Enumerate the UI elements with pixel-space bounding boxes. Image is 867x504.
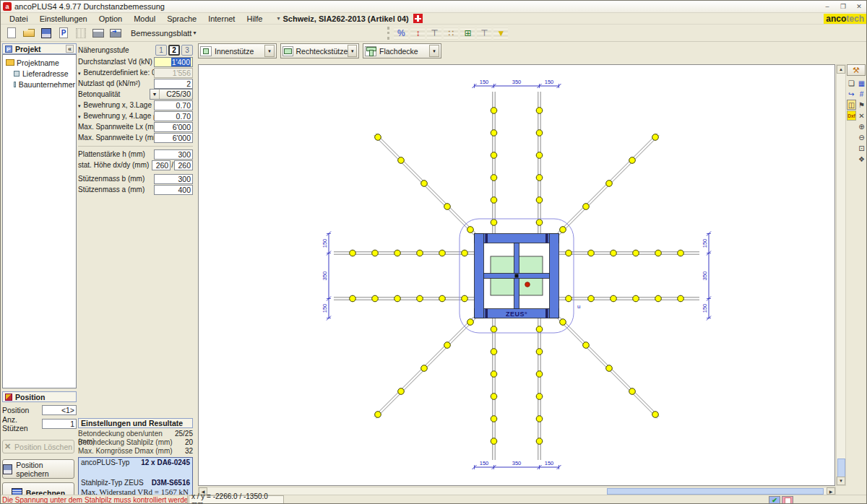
dx-input[interactable]: 260 (152, 160, 171, 170)
stud (536, 371, 543, 378)
snap-icon[interactable]: ◫ (847, 100, 856, 110)
print-button[interactable] (90, 26, 106, 40)
durchstanzlast-vd-field-row: Durchstanzlast Vd (kN)1'400 (78, 56, 193, 67)
open-button[interactable] (21, 26, 37, 40)
reinforcement-settings-icon[interactable]: % (394, 27, 408, 40)
stat-hoehe-field[interactable]: 260/260 (152, 160, 193, 170)
title-bar: a ancoPLUS4 4.9.77 Durchstanzbemessung –… (1, 1, 867, 13)
stud (491, 130, 497, 136)
redo-icon[interactable]: ↪ (847, 89, 856, 99)
dxf-export-icon[interactable]: Dxf (847, 110, 856, 121)
window-grid-icon[interactable]: ⊞ (460, 27, 475, 40)
stud (566, 250, 572, 256)
bemessungsblatt-caret-icon[interactable]: ▾ (193, 30, 196, 36)
table-icon[interactable]: ▦ (857, 78, 866, 88)
position-field[interactable]: <1> (42, 405, 77, 415)
dropdown-caret-icon[interactable]: ▾ (78, 103, 82, 108)
horizontal-scroll-thumb[interactable] (607, 488, 824, 495)
stud (350, 250, 356, 256)
naeherungsstufe-button-1[interactable]: 1 (155, 45, 167, 56)
concrete-aggregate-icon[interactable]: ∷ (444, 27, 458, 40)
dropdown-caret-icon[interactable]: ▾ (78, 71, 82, 76)
norm-selector[interactable]: Schweiz, SIA262-2013 (Artikel 04) (282, 14, 408, 23)
vertical-scroll-thumb[interactable] (837, 459, 845, 479)
vertical-scrollbar[interactable]: ▲ ▼ (836, 64, 846, 486)
scroll-right-arrow[interactable]: ▶ (827, 487, 835, 495)
center-mark (515, 274, 519, 278)
slab-dimension-icon[interactable]: ↕ (410, 27, 425, 40)
tree-item-projektname[interactable]: Projektname (4, 57, 75, 68)
bemessungsblatt-button[interactable]: Bemessungsblatt (131, 29, 191, 38)
tree-item-bauunternehmer[interactable]: Bauunternehmer (4, 79, 75, 90)
position-panel: Position Position<1>Anz. Stützen1 ✕Posit… (2, 391, 77, 503)
node-icon (14, 71, 20, 77)
print-export-button[interactable] (108, 26, 124, 40)
scroll-down-arrow[interactable]: ▼ (837, 477, 845, 485)
dimension-label: 350 (702, 271, 708, 281)
tools-button[interactable]: ⚒ (847, 64, 866, 76)
stud (560, 319, 566, 326)
rechteckstuetze-combo[interactable]: Rechteckstütze▾ (280, 43, 359, 58)
save-button[interactable] (38, 26, 54, 40)
position-speichern-button[interactable]: Position speichern (2, 459, 74, 479)
position-panel-header: Position (2, 391, 77, 402)
naeherungsstufe-button-3[interactable]: 3 (181, 45, 193, 56)
delete-icon[interactable]: ✕ (857, 110, 866, 121)
scroll-up-arrow[interactable]: ▲ (837, 65, 845, 74)
close-button[interactable]: ✕ (853, 2, 866, 12)
grid-disabled-button[interactable] (73, 26, 89, 40)
filter-icon[interactable]: ▼ (493, 27, 508, 40)
ancoplus-typ-value: 12 x DA6-0245 (141, 459, 190, 466)
status-flag-indicator (782, 496, 793, 504)
anz-stuetzen-field[interactable]: 1 (42, 419, 77, 429)
plattenstaerke-h-field[interactable]: 300 (154, 149, 193, 160)
naeherungsstufe-button-2[interactable]: 2 (168, 45, 180, 56)
stuetzenmass-a-field[interactable]: 400 (154, 185, 193, 195)
zoom-in-icon[interactable]: ⊕ (857, 121, 866, 131)
menu-internet[interactable]: Internet (202, 14, 241, 23)
flachdecke-combo[interactable]: Flachdecke▾ (363, 43, 441, 58)
durchstanzlast-vd-field[interactable]: 1'400 (154, 57, 193, 67)
combo-dropdown-caret-icon[interactable]: ▾ (264, 45, 275, 57)
pan-icon[interactable]: ❖ (857, 154, 866, 164)
innenstuetze-combo[interactable]: Innenstütze▾ (198, 43, 277, 58)
spannweite-ly-field[interactable]: 6'000 (154, 133, 193, 143)
menu-modul[interactable]: Modul (128, 14, 161, 23)
print-small-icon[interactable]: ❏ (847, 78, 856, 88)
norm-dropdown-caret-icon[interactable]: ▾ (277, 15, 280, 22)
print-preview-button[interactable]: P (56, 26, 72, 40)
grid-toggle-icon[interactable]: # (857, 89, 866, 99)
tree-item-lieferadresse[interactable]: Lieferadresse (4, 68, 75, 79)
menu-sprache[interactable]: Sprache (161, 14, 202, 23)
combo-dropdown-caret-icon[interactable]: ▾ (429, 45, 439, 57)
zoom-extent-icon[interactable]: ⊡ (857, 143, 866, 153)
levels-icon[interactable]: ⚑ (857, 100, 866, 110)
project-panel-header: P Projekt « (2, 43, 77, 54)
menu-option[interactable]: Option (93, 14, 128, 23)
steel-column-icon[interactable]: ⊤ (477, 27, 491, 40)
column-head-icon[interactable]: ⊤ (427, 27, 441, 40)
stud (417, 250, 423, 256)
dropdown-caret-icon[interactable]: ▾ (78, 114, 82, 119)
zoom-out-icon[interactable]: ⊖ (857, 132, 866, 142)
dy-input[interactable]: 260 (174, 160, 193, 170)
collapse-panel-button[interactable]: « (66, 45, 74, 53)
stud (491, 371, 497, 378)
nutzlast-qd-field[interactable]: 2 (154, 79, 193, 89)
menu-datei[interactable]: Datei (4, 14, 34, 23)
dropdown-caret-icon[interactable]: ▼ (150, 90, 160, 99)
stuetzenmass-b-field[interactable]: 300 (154, 174, 193, 184)
stud (491, 326, 497, 333)
new-document-button[interactable] (4, 26, 20, 40)
naeherungsstufe-row: Näherungsstufe123 (78, 43, 193, 56)
menu-hilfe[interactable]: Hilfe (241, 14, 268, 23)
spannweite-lx-field[interactable]: 6'000 (154, 122, 193, 132)
drawing-canvas[interactable]: uZEUS°1503501501503501501503501501503501… (198, 64, 835, 486)
minimize-button[interactable]: – (821, 2, 834, 12)
combo-dropdown-caret-icon[interactable]: ▾ (348, 45, 357, 57)
maximize-button[interactable]: ❐ (837, 2, 850, 12)
bewehrung-y-field[interactable]: 0.70 (154, 111, 193, 121)
bewehrung-x-field[interactable]: 0.70 (154, 100, 193, 110)
betonqualitaet-select[interactable]: ▼C25/30 (150, 89, 193, 100)
menu-einstellungen[interactable]: Einstellungen (34, 14, 93, 23)
